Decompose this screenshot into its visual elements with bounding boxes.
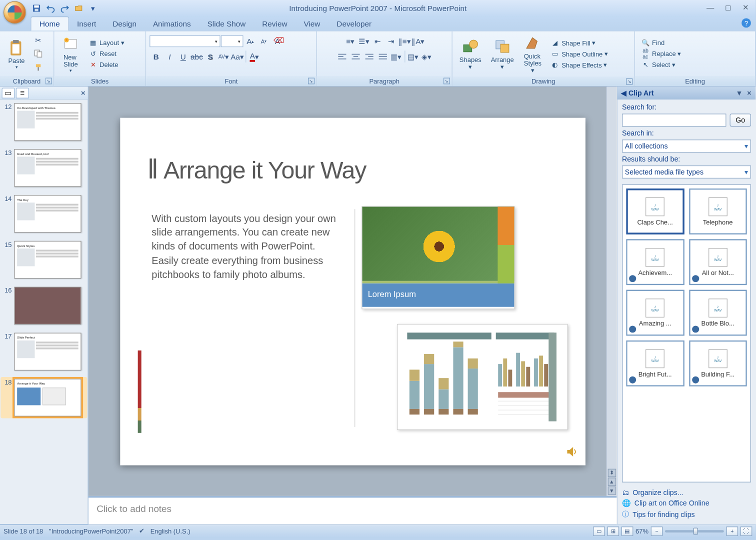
tab-review[interactable]: Review (254, 17, 296, 30)
notes-pane[interactable]: Click to add notes (88, 496, 617, 524)
clipart-item[interactable]: ♪WAVTelephone (689, 188, 747, 234)
columns-button[interactable]: ▥▾ (390, 50, 402, 63)
select-button[interactable]: ↖Select ▾ (638, 60, 684, 70)
shape-fill-button[interactable]: ◢Shape Fill ▾ (548, 38, 610, 48)
zoom-level[interactable]: 67% (636, 528, 648, 534)
office-online-link[interactable]: 🌐Clip art on Office Online (622, 499, 751, 507)
increase-indent-button[interactable]: ⇥ (384, 35, 398, 48)
redo-icon[interactable] (59, 2, 71, 14)
sound-icon[interactable] (565, 445, 578, 458)
clipart-go-button[interactable]: Go (730, 114, 751, 126)
thumbnail-slide-16[interactable]: 16 (2, 287, 86, 324)
shapes-button[interactable]: Shapes▾ (456, 36, 485, 72)
italic-button[interactable]: I (163, 50, 176, 63)
paragraph-launcher[interactable]: ↘ (444, 78, 450, 84)
grow-font-button[interactable]: A▴ (244, 35, 257, 48)
tips-link[interactable]: ⓘTips for finding clips (622, 510, 751, 520)
tab-home[interactable]: Home (30, 16, 68, 30)
change-case-button[interactable]: Aa▾ (231, 50, 244, 63)
close-button[interactable]: ✕ (739, 2, 752, 12)
strikethrough-button[interactable]: abc (190, 50, 203, 63)
arrange-button[interactable]: Arrange▾ (488, 36, 518, 72)
text-direction-button[interactable]: ‖A▾ (412, 35, 424, 48)
clipart-item[interactable]: ♪WAVAll or Not... (689, 239, 747, 285)
organize-clips-link[interactable]: 🗂Organize clips... (622, 488, 751, 496)
vertical-scrollbar[interactable]: ⬍ ▲ ▼ (606, 86, 616, 496)
pane-close-icon[interactable]: × (745, 89, 753, 97)
thumbnail-slide-13[interactable]: 13Used and Reused, too! (2, 149, 86, 186)
cut-button[interactable]: ✂ (32, 34, 45, 46)
format-painter-button[interactable] (32, 60, 45, 74)
find-button[interactable]: 🔍Find (638, 37, 684, 48)
clipart-item[interactable]: ♪WAVBottle Blo... (689, 290, 747, 336)
font-name-combo[interactable]: ▾ (150, 36, 220, 48)
slide-body-text[interactable]: With custom layouts you design your own … (152, 212, 340, 282)
paste-button[interactable]: Paste▾ (4, 37, 30, 70)
prev-slide-arrow[interactable]: ▲ (608, 478, 616, 486)
char-spacing-button[interactable]: AV▾ (218, 50, 230, 63)
shape-outline-button[interactable]: ▭Shape Outline ▾ (548, 48, 610, 59)
results-type-combo[interactable]: Selected media file types▾ (622, 166, 751, 178)
next-slide-arrow[interactable]: ▼ (608, 486, 616, 494)
font-size-combo[interactable]: ▾ (221, 36, 244, 48)
tab-slide-show[interactable]: Slide Show (199, 17, 254, 30)
tab-insert[interactable]: Insert (68, 17, 104, 30)
undo-icon[interactable] (45, 2, 57, 14)
maximize-button[interactable]: ◻ (722, 2, 734, 12)
drawing-launcher[interactable]: ↘ (626, 78, 632, 84)
font-color-button[interactable]: A▾ (248, 50, 261, 63)
justify-button[interactable] (376, 50, 389, 63)
thumbnail-slide-14[interactable]: 14The Key (2, 195, 86, 232)
quick-styles-button[interactable]: Quick Styles▾ (520, 32, 546, 76)
new-slide-button[interactable]: New Slide▾ (58, 34, 84, 74)
zoom-thumb[interactable] (694, 528, 698, 534)
thumbnail-slide-15[interactable]: 15Quick Styles (2, 241, 86, 278)
thumbnail-slide-12[interactable]: 12Co-Developed with Themes (2, 103, 86, 140)
tab-view[interactable]: View (296, 17, 328, 30)
tab-developer[interactable]: Developer (328, 17, 380, 30)
shape-effects-button[interactable]: ◐Shape Effects ▾ (548, 60, 610, 70)
normal-view-button[interactable]: ▭ (593, 526, 605, 536)
shadow-button[interactable]: S (204, 50, 217, 63)
zoom-out-button[interactable]: − (651, 526, 663, 536)
zoom-slider[interactable] (665, 530, 724, 532)
tab-animations[interactable]: Animations (144, 17, 199, 30)
slide-image-sunflower[interactable]: Lorem Ipsum (362, 206, 514, 309)
open-icon[interactable] (73, 2, 85, 14)
align-right-button[interactable] (362, 50, 376, 63)
align-left-button[interactable] (336, 50, 348, 63)
reset-button[interactable]: ↺Reset (86, 48, 126, 59)
slide-image-chart[interactable] (396, 324, 568, 430)
spellcheck-icon[interactable]: ✔ (139, 527, 144, 534)
clear-formatting-button[interactable]: A⌫ (271, 35, 284, 48)
decrease-indent-button[interactable]: ⇤ (371, 35, 384, 48)
thumbnail-slide-18[interactable]: 18Arrange it Your Way (0, 377, 87, 418)
search-in-combo[interactable]: All collections▾ (622, 140, 751, 152)
tab-design[interactable]: Design (104, 17, 145, 30)
slides-tab[interactable]: ▭ (2, 88, 15, 98)
font-launcher[interactable]: ↘ (308, 78, 314, 84)
underline-button[interactable]: U (176, 50, 190, 63)
qat-customize-icon[interactable]: ▾ (87, 2, 99, 14)
fit-to-window-button[interactable]: ⛶ (740, 526, 752, 536)
slide-canvas[interactable]: Arrange it Your Way With custom layouts … (120, 118, 586, 465)
clipart-item[interactable]: ♪WAVBuilding F... (689, 340, 747, 386)
shrink-font-button[interactable]: A▾ (258, 35, 270, 48)
numbering-button[interactable]: ☰▾ (358, 35, 370, 48)
minimize-button[interactable]: — (704, 2, 717, 12)
clipart-item[interactable]: ♪WAVBright Fut... (626, 340, 684, 386)
status-language[interactable]: English (U.S.) (150, 528, 190, 534)
bullets-button[interactable]: ≡▾ (344, 35, 357, 48)
zoom-in-button[interactable]: + (726, 526, 738, 536)
pane-nav-icon[interactable]: ◀ (621, 89, 626, 97)
delete-button[interactable]: ✕Delete (86, 60, 126, 70)
thumbnail-slide-17[interactable]: 17Slide Perfect (2, 333, 86, 370)
clipart-item[interactable]: ♪WAVAchievem... (626, 239, 684, 285)
prev-slide-button[interactable]: ⬍ (608, 469, 616, 477)
clipboard-launcher[interactable]: ↘ (46, 78, 52, 84)
sorter-view-button[interactable]: ⊞ (607, 526, 619, 536)
clipart-item[interactable]: ♪WAVAmazing ... (626, 290, 684, 336)
office-button[interactable] (4, 1, 26, 24)
pane-close-icon[interactable]: × (81, 88, 86, 98)
layout-button[interactable]: ▦Layout ▾ (86, 37, 126, 48)
